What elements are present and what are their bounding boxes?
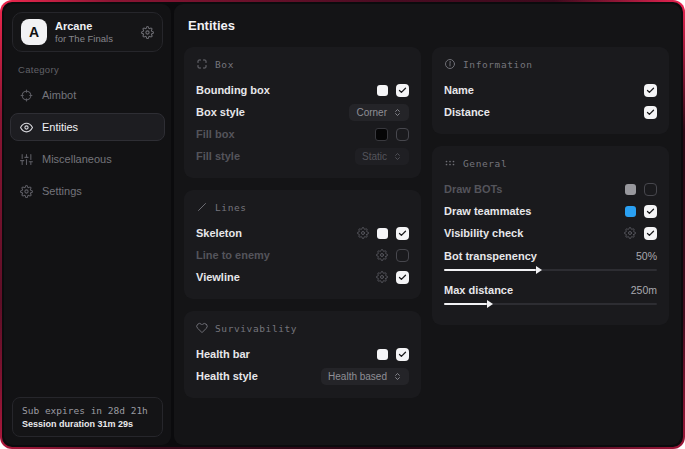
name-row: Name xyxy=(444,79,657,101)
row-controls xyxy=(375,128,409,141)
sidebar-item-label: Settings xyxy=(42,185,82,197)
chevron-updown-icon xyxy=(393,108,402,117)
card-title: Information xyxy=(463,59,533,70)
check-icon xyxy=(646,229,655,238)
row-controls xyxy=(377,348,409,361)
checkbox[interactable] xyxy=(396,84,409,97)
sub-expiry-text: Sub expires in 28d 21h xyxy=(22,405,153,416)
app-name: Arcane xyxy=(55,20,133,33)
row-label: Distance xyxy=(444,106,490,118)
row-controls xyxy=(377,84,409,97)
sidebar-nav: Aimbot Entities Miscellaneous Settings xyxy=(10,81,165,205)
row-label: Health style xyxy=(196,370,258,382)
health-style-dropdown[interactable]: Health based xyxy=(321,368,409,385)
check-icon xyxy=(646,108,655,117)
sidebar-item-settings[interactable]: Settings xyxy=(10,177,165,205)
check-icon xyxy=(646,207,655,216)
max-distance-slider[interactable] xyxy=(444,303,657,305)
fill-style-row: Fill style Static xyxy=(196,145,409,167)
box-style-dropdown[interactable]: Corner xyxy=(349,104,409,121)
slider-header: Max distance 250m xyxy=(444,280,657,299)
row-label: Max distance xyxy=(444,284,513,296)
app-frame: A Arcane for The Finals Category Aimbot … xyxy=(0,0,685,449)
checkbox[interactable] xyxy=(644,183,657,196)
chevron-updown-icon xyxy=(393,372,402,381)
row-label: Name xyxy=(444,84,474,96)
row-controls xyxy=(625,205,657,218)
draw-bots-row: Draw BOTs xyxy=(444,178,657,200)
box-style-row: Box style Corner xyxy=(196,101,409,123)
gear-icon[interactable] xyxy=(376,249,388,261)
box-card: Box Bounding box Box xyxy=(184,47,421,178)
brand-card: A Arcane for The Finals xyxy=(12,12,163,52)
sidebar-item-entities[interactable]: Entities xyxy=(10,113,165,141)
check-icon xyxy=(398,86,407,95)
row-label: Viewline xyxy=(196,271,240,283)
checkbox[interactable] xyxy=(396,348,409,361)
color-swatch[interactable] xyxy=(625,184,636,195)
checkbox[interactable] xyxy=(644,84,657,97)
checkbox[interactable] xyxy=(644,106,657,119)
viewline-row: Viewline xyxy=(196,266,409,288)
subscription-box: Sub expires in 28d 21h Session duration … xyxy=(12,397,163,437)
color-swatch[interactable] xyxy=(377,85,388,96)
chevron-updown-icon xyxy=(393,152,402,161)
color-swatch[interactable] xyxy=(377,349,388,360)
fill-style-dropdown[interactable]: Static xyxy=(355,148,409,165)
information-card: Information Name Distance xyxy=(432,47,669,134)
lines-card: Lines Skeleton xyxy=(184,190,421,299)
color-swatch[interactable] xyxy=(625,206,636,217)
gear-icon[interactable] xyxy=(141,26,154,39)
app-logo: A xyxy=(21,19,47,45)
dropdown-value: Health based xyxy=(328,371,387,382)
checkbox[interactable] xyxy=(644,205,657,218)
crosshair-icon xyxy=(20,89,33,102)
slider-value: 250m xyxy=(631,284,657,296)
info-icon xyxy=(444,58,456,70)
slider-fill[interactable] xyxy=(444,269,536,271)
bounding-box-row: Bounding box xyxy=(196,79,409,101)
card-columns: Box Bounding box Box xyxy=(184,47,671,398)
slider-header: Bot transpenency 50% xyxy=(444,246,657,265)
row-controls xyxy=(357,227,409,240)
fill-box-row: Fill box xyxy=(196,123,409,145)
row-label: Fill style xyxy=(196,150,240,162)
general-card-header: General xyxy=(444,157,657,169)
gear-icon[interactable] xyxy=(357,227,369,239)
session-duration-text: Session duration 31m 29s xyxy=(22,419,153,429)
row-label: Bounding box xyxy=(196,84,270,96)
color-swatch[interactable] xyxy=(377,228,388,239)
diagonal-line-icon xyxy=(196,201,208,213)
check-icon xyxy=(398,229,407,238)
row-controls xyxy=(625,183,657,196)
row-label: Visibility check xyxy=(444,227,523,239)
gear-icon[interactable] xyxy=(376,271,388,283)
gear-icon[interactable] xyxy=(624,227,636,239)
app-subtitle: for The Finals xyxy=(55,33,133,45)
gear-icon xyxy=(20,185,33,198)
bot-transpenency-slider[interactable] xyxy=(444,269,657,271)
category-label: Category xyxy=(18,64,157,75)
checkbox[interactable] xyxy=(396,227,409,240)
sidebar-item-aimbot[interactable]: Aimbot xyxy=(10,81,165,109)
sliders-icon xyxy=(20,153,33,166)
slider-fill[interactable] xyxy=(444,303,487,305)
check-icon xyxy=(398,350,407,359)
dropdown-value: Static xyxy=(362,151,387,162)
color-swatch[interactable] xyxy=(375,128,388,141)
card-title: Survivability xyxy=(215,323,297,334)
visibility-check-row: Visibility check xyxy=(444,222,657,244)
health-style-row: Health style Health based xyxy=(196,365,409,387)
heart-icon xyxy=(196,322,208,334)
main-panel: Entities Box Bounding box xyxy=(174,4,681,445)
checkbox[interactable] xyxy=(396,249,409,262)
information-card-header: Information xyxy=(444,58,657,70)
checkbox[interactable] xyxy=(396,128,409,141)
sidebar-item-miscellaneous[interactable]: Miscellaneous xyxy=(10,145,165,173)
page-title: Entities xyxy=(188,18,671,33)
row-controls xyxy=(624,227,657,240)
checkbox[interactable] xyxy=(644,227,657,240)
sidebar-item-label: Aimbot xyxy=(42,89,76,101)
card-title: General xyxy=(463,158,507,169)
checkbox[interactable] xyxy=(396,271,409,284)
